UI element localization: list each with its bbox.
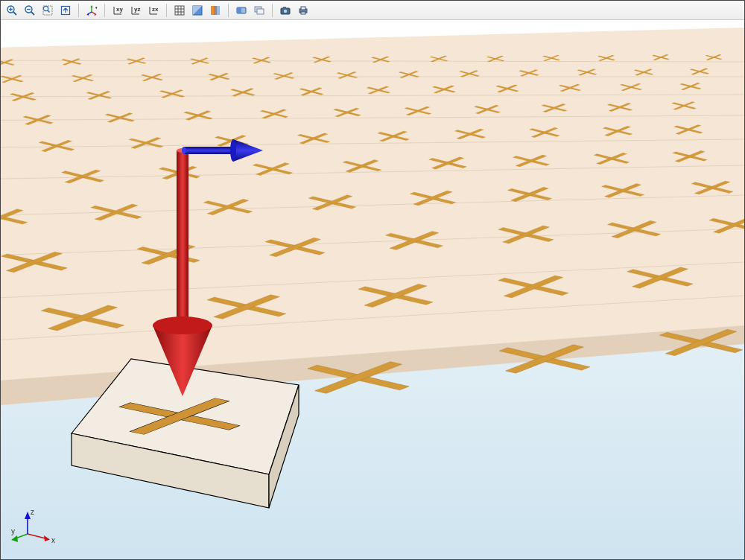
svg-line-77 [16, 534, 28, 538]
graphics-viewport[interactable]: x y z [1, 20, 744, 559]
print-button[interactable] [295, 3, 311, 18]
svg-marker-12 [90, 5, 92, 7]
svg-point-42 [284, 9, 287, 12]
svg-line-8 [48, 10, 50, 13]
toolbar-separator [104, 4, 105, 17]
grid-button[interactable] [171, 3, 188, 18]
svg-line-1 [13, 12, 16, 15]
svg-text:zx: zx [152, 6, 159, 13]
svg-marker-78 [11, 535, 18, 542]
svg-rect-27 [175, 6, 184, 15]
toolbar-separator [228, 4, 229, 17]
zoom-in-button[interactable] [4, 3, 20, 18]
svg-text:yz: yz [134, 6, 140, 13]
svg-rect-66 [177, 150, 188, 333]
svg-rect-35 [214, 6, 220, 15]
toolbar-separator [166, 4, 167, 17]
scene-light-button[interactable] [189, 3, 206, 18]
svg-marker-75 [44, 535, 50, 541]
toolbar-separator [78, 4, 79, 17]
zoom-box-button[interactable] [39, 3, 56, 18]
view-zx-button[interactable]: zx [145, 3, 162, 18]
transparency-button[interactable] [207, 3, 224, 18]
view-xy-button[interactable]: xy [110, 3, 126, 18]
svg-rect-41 [283, 7, 286, 9]
toolbar-separator [272, 4, 273, 17]
svg-text:z: z [31, 508, 34, 516]
clip-button[interactable] [233, 3, 250, 18]
rotate-button[interactable]: ▾ [83, 3, 100, 18]
svg-point-73 [230, 139, 236, 162]
svg-rect-45 [301, 12, 305, 14]
svg-text:x: x [51, 536, 55, 544]
svg-rect-44 [301, 7, 305, 10]
svg-point-71 [182, 147, 186, 154]
view-yz-button[interactable]: yz [127, 3, 144, 18]
svg-text:y: y [11, 527, 15, 535]
svg-rect-70 [184, 147, 236, 154]
snapshot-button[interactable] [277, 3, 294, 18]
graphics-toolbar: ▾ xy yz zx [1, 1, 744, 20]
zoom-out-button[interactable] [22, 3, 38, 18]
svg-text:xy: xy [116, 6, 123, 13]
zoom-extents-button[interactable] [57, 3, 74, 18]
svg-line-74 [28, 534, 45, 538]
app-frame: ▾ xy yz zx [0, 0, 745, 560]
svg-marker-81 [25, 512, 31, 519]
svg-line-5 [31, 12, 34, 15]
show-hide-button[interactable] [251, 3, 267, 18]
svg-point-69 [153, 316, 212, 334]
svg-rect-39 [257, 9, 264, 14]
axis-triad: x y z [11, 504, 56, 549]
svg-point-7 [43, 6, 48, 10]
svg-rect-37 [237, 7, 241, 13]
svg-text:▾: ▾ [95, 5, 98, 10]
